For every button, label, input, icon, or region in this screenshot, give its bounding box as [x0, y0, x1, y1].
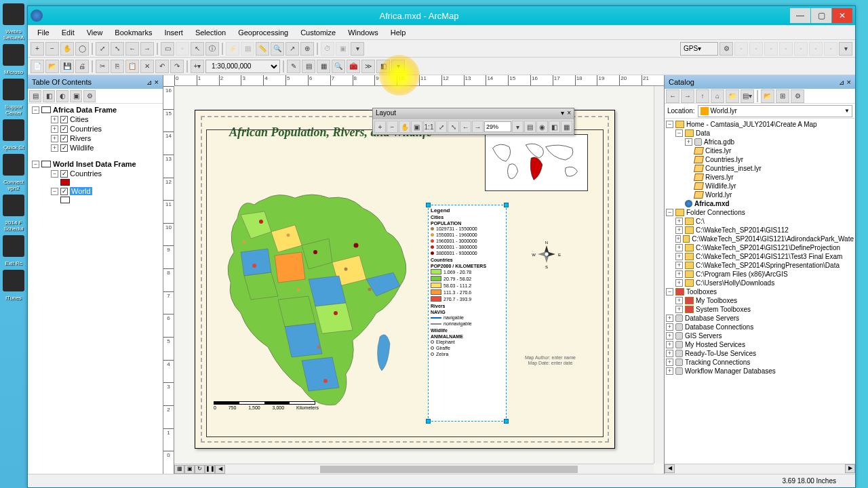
catalog-folder[interactable]: C:\WakeTech_SP2014\GIS121\AdirondackPark…: [692, 235, 854, 243]
change-layout-icon[interactable]: ◧: [549, 121, 560, 133]
toolbar-dropdown-icon[interactable]: ▾: [561, 109, 564, 119]
catalog-lyr[interactable]: Rivers.lyr: [705, 174, 734, 181]
expand-icon[interactable]: +: [51, 135, 58, 142]
collapse-icon[interactable]: −: [51, 170, 58, 178]
maximize-button[interactable]: ▢: [811, 8, 831, 23]
layer-world-selected[interactable]: World: [70, 187, 92, 195]
back-extent-icon[interactable]: ←: [460, 121, 471, 133]
catalog-folder[interactable]: C:\WakeTech_SP2014\SpringPresentation\Da…: [696, 262, 840, 269]
pan-icon[interactable]: ✋: [60, 42, 74, 56]
open-icon[interactable]: 📂: [45, 60, 59, 73]
gps-dropdown[interactable]: GPS ▾: [680, 42, 718, 56]
zoom-in-layout-icon[interactable]: +: [374, 121, 386, 133]
refresh-button[interactable]: ↻: [195, 465, 205, 474]
measure-icon[interactable]: 📏: [256, 42, 269, 56]
zoom-percent-combo[interactable]: [484, 121, 511, 132]
fixed-zoom-in-icon[interactable]: ⤢: [96, 42, 109, 56]
visibility-checkbox[interactable]: [60, 125, 68, 133]
dropdown-icon[interactable]: ▼: [844, 108, 850, 114]
horizontal-scrollbar[interactable]: ▦ ▣ ↻ ❚❚ ◀: [174, 464, 654, 474]
catalog-folder[interactable]: C:\Users\Holly\Downloads: [696, 279, 774, 287]
visibility-checkbox[interactable]: [60, 188, 68, 195]
focus-data-frame-icon[interactable]: ◉: [536, 121, 548, 133]
catalog-lyr[interactable]: Countries_inset.lyr: [705, 165, 762, 172]
toc-icon[interactable]: ▤: [302, 60, 315, 73]
north-arrow[interactable]: N S W E: [531, 239, 562, 270]
visibility-checkbox[interactable]: [60, 170, 68, 178]
catalog-folder[interactable]: C:\WakeTech_SP2014\GIS112: [696, 226, 789, 234]
menu-insert[interactable]: Insert: [159, 27, 189, 38]
menu-edit[interactable]: Edit: [56, 27, 80, 38]
scroll-left-icon[interactable]: ◀: [665, 464, 675, 473]
catalog-section[interactable]: Folder Connections: [686, 209, 745, 216]
redo-icon[interactable]: ↷: [170, 60, 184, 73]
minimize-button[interactable]: —: [790, 8, 810, 23]
location-combo[interactable]: World.lyr ▼: [698, 105, 852, 117]
catalog-section[interactable]: Tracking Connections: [685, 359, 750, 366]
layout-canvas[interactable]: Layout▾× + − ✋ ▣ 1:1 ⤢ ⤡ ← → ▾: [174, 86, 664, 474]
expand-icon[interactable]: +: [51, 125, 58, 133]
catalog-lyr[interactable]: World.lyr: [705, 191, 732, 199]
copy-icon[interactable]: ⎘: [111, 60, 124, 73]
zoom-out-layout-icon[interactable]: −: [387, 121, 398, 133]
legend-element-selected[interactable]: Legend Cities POPULATION 1029731 - 15500…: [428, 205, 507, 422]
catalog-section[interactable]: Toolboxes: [686, 288, 717, 296]
scroll-left-icon[interactable]: ◀: [215, 465, 225, 474]
desktop-icon[interactable]: [3, 3, 24, 25]
catalog-section[interactable]: GIS Servers: [685, 332, 722, 340]
vertical-scrollbar[interactable]: [654, 86, 664, 464]
view-icon[interactable]: ▤▾: [741, 89, 754, 103]
select-elements-icon[interactable]: ↖: [191, 42, 204, 56]
data-driven-pages-icon[interactable]: ▦: [561, 121, 572, 133]
close-icon[interactable]: ×: [155, 78, 159, 86]
visibility-checkbox[interactable]: [60, 144, 68, 152]
folder-icon[interactable]: 📁: [726, 89, 739, 103]
forward-extent-icon[interactable]: →: [140, 42, 154, 56]
home-icon[interactable]: ⌂: [711, 89, 724, 103]
zoom-whole-page-icon[interactable]: ▣: [411, 121, 422, 133]
catalog-gdb[interactable]: Africa.gdb: [704, 138, 734, 146]
add-data-icon[interactable]: +▾: [191, 60, 204, 73]
menu-windows[interactable]: Windows: [342, 27, 384, 38]
gps-tool-icon[interactable]: ◦: [734, 42, 748, 56]
desktop-icon[interactable]: [3, 195, 24, 216]
new-icon[interactable]: 📄: [31, 60, 44, 73]
catalog-icon[interactable]: ▦: [317, 60, 330, 73]
layout-page[interactable]: African Population, Rivers, and Wildlife: [195, 110, 615, 449]
resize-handle[interactable]: [426, 203, 431, 207]
catalog-section[interactable]: Database Servers: [685, 314, 739, 322]
clear-selection-icon[interactable]: ▫: [176, 42, 189, 56]
list-by-drawing-order-icon[interactable]: ▤: [29, 90, 41, 102]
data-frame-name[interactable]: World Inset Data Frame: [53, 160, 136, 168]
list-by-source-icon[interactable]: ◧: [43, 90, 55, 102]
fixed-zoom-in-icon[interactable]: ⤢: [435, 121, 447, 133]
catalog-mxd[interactable]: Africa.mxd: [694, 200, 730, 207]
catalog-tree[interactable]: −Home - Camtasia_JULY2014\Create A Map −…: [665, 119, 855, 464]
gps-tool-icon[interactable]: ◦: [824, 42, 837, 56]
menu-view[interactable]: View: [81, 27, 108, 38]
catalog-section[interactable]: Ready-To-Use Services: [685, 350, 756, 357]
catalog-folder[interactable]: C:\WakeTech_SP2014\GIS121\Test3 Final Ex…: [696, 253, 842, 260]
map-data-frame[interactable]: N S W E: [206, 129, 604, 437]
inset-map[interactable]: [485, 134, 588, 191]
menu-bookmarks[interactable]: Bookmarks: [109, 27, 157, 38]
print-icon[interactable]: 🖨: [75, 60, 89, 73]
options-icon[interactable]: ⚙: [791, 89, 804, 103]
catalog-root[interactable]: Home - Camtasia_JULY2014\Create A Map: [686, 121, 817, 128]
pause-button[interactable]: ❚❚: [205, 465, 215, 474]
gps-tool-icon[interactable]: ◦: [794, 42, 808, 56]
forward-extent-icon[interactable]: →: [472, 121, 484, 133]
identify-icon[interactable]: ⓘ: [205, 42, 219, 56]
undo-icon[interactable]: ↶: [155, 60, 169, 73]
zoom-out-icon[interactable]: −: [45, 42, 59, 56]
close-button[interactable]: ✕: [832, 8, 852, 23]
toolbar-options-icon[interactable]: ▾: [351, 42, 364, 56]
list-by-selection-icon[interactable]: ▣: [70, 90, 82, 102]
expand-icon[interactable]: +: [51, 116, 58, 123]
forward-icon[interactable]: →: [681, 89, 694, 103]
create-viewer-icon[interactable]: ▣: [336, 42, 349, 56]
toc-options-icon[interactable]: ⚙: [83, 90, 96, 102]
toggle-draft-icon[interactable]: ▤: [524, 121, 536, 133]
layer-wildlife[interactable]: Wildlife: [70, 144, 94, 152]
toc-tree[interactable]: −Africa Data Frame +Cities +Countries +R…: [28, 104, 163, 474]
